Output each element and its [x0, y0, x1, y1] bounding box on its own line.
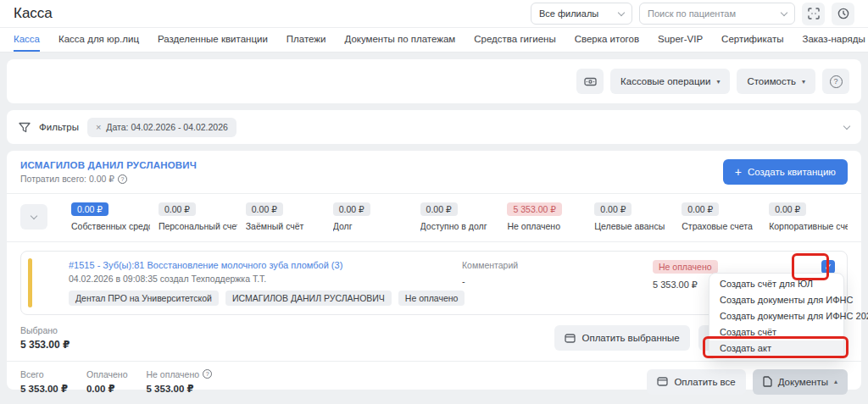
filters-label[interactable]: Фильтры [39, 122, 79, 132]
unpaid-status-badge: Не оплачено [653, 260, 718, 274]
account-label: Заёмный счёт [246, 221, 325, 231]
invoice-accent-bar [28, 258, 32, 307]
account-label: Корпоративные счета [769, 221, 848, 231]
account-label: Страховые счета [682, 221, 760, 231]
account-value-badge: 0.00 ₽ [333, 202, 370, 216]
caret-up-icon: ▴ [834, 378, 837, 385]
comment-label: Комментарий [462, 260, 653, 270]
invoice-info: #1515 - Зуб(ы):81 Восстановление молочно… [69, 260, 462, 306]
selected-stat: Выбрано 5 353.00 ₽ [20, 325, 70, 351]
account-label: Персональный счет [159, 221, 237, 231]
tab-reconciliation[interactable]: Сверка итогов [575, 28, 639, 52]
branch-select[interactable]: Все филиалы [531, 3, 632, 25]
filters-collapse-chevron-icon[interactable] [843, 122, 850, 129]
tab-split-receipts[interactable]: Разделенные квитанции [158, 28, 268, 52]
account-label: Целевые авансы [594, 221, 673, 231]
account-value-badge: 5 353.00 ₽ [507, 202, 561, 216]
toolbar-card: Кассовые операции ▾ Стоимость ▾ ? [7, 59, 861, 103]
documents-button[interactable]: Документы ▴ [753, 369, 848, 395]
date-filter-chip[interactable]: × Дата: 04.02.2026 - 04.02.2026 [87, 118, 236, 137]
scan-icon [808, 8, 820, 19]
paid-label: Оплачено [86, 369, 128, 379]
help-button[interactable]: ? [822, 69, 849, 94]
clock-icon [837, 8, 849, 19]
status-chip: Не оплачено [398, 291, 465, 306]
tab-work-orders[interactable]: Заказ-наряды [802, 28, 865, 52]
question-icon: ? [118, 174, 127, 184]
account-value-badge: 0.00 ₽ [420, 202, 458, 216]
invoice-comment-block: Комментарий - [462, 260, 653, 286]
account-label: Долг [333, 221, 412, 231]
tab-payment-docs[interactable]: Документы по платежам [344, 28, 455, 52]
cash-register-icon [584, 76, 597, 87]
account-unpaid: 5 353.00 ₽ Не оплачено [507, 202, 586, 231]
invoice-checkbox[interactable]: ✓ [821, 260, 835, 274]
account-debt: 0.00 ₽ Долг [333, 202, 412, 231]
account-personal: 0.00 ₽ Персональный счет [159, 202, 237, 231]
top-bar-actions: Все филиалы Поиск по пациентам [531, 3, 854, 25]
plus-icon: + [735, 165, 742, 179]
patient-name-link[interactable]: ИСМАГИЛОВ ДАНИЛ РУСЛАНОВИЧ [20, 160, 197, 170]
menu-item-create-ifns-docs[interactable]: Создать документы для ИФНС [709, 292, 843, 308]
invoice-chips: Дентал ПРО на Университетской ИСМАГИЛОВ … [69, 291, 462, 306]
create-receipt-button[interactable]: + Создать квитанцию [723, 159, 848, 185]
chevron-down-icon [618, 8, 625, 15]
menu-item-create-act[interactable]: Создать акт [709, 340, 843, 357]
selected-amount: 5 353.00 ₽ [20, 339, 70, 351]
history-button[interactable] [832, 3, 854, 25]
patient-search-placeholder: Поиск по пациентам [648, 8, 736, 19]
unpaid-stat: Не оплачено ? 5 353.00 ₽ [147, 369, 213, 395]
accounts-columns: 0.00 ₽ Собственных средств 0.00 ₽ Персон… [71, 202, 848, 231]
scan-button[interactable] [802, 3, 825, 25]
menu-item-create-invoice-yul[interactable]: Создать счёт для ЮЛ [709, 276, 843, 292]
cost-button[interactable]: Стоимость ▾ [737, 69, 815, 94]
comment-value: - [462, 276, 653, 286]
total-value: 5 353.00 ₽ [20, 383, 68, 395]
account-loan: 0.00 ₽ Заёмный счёт [246, 202, 325, 231]
cash-operations-button[interactable]: Кассовые операции ▾ [610, 69, 730, 94]
collapse-patient-button[interactable] [20, 204, 47, 230]
filter-funnel-icon [19, 122, 31, 133]
pay-all-button[interactable]: Оплатить все [647, 369, 745, 395]
patient-spent: Потратил всего: 0.00 ₽ ? [20, 174, 197, 184]
tab-kassa[interactable]: Касса [14, 28, 40, 52]
clinic-chip: Дентал ПРО на Университетской [69, 291, 219, 306]
tab-kassa-yur[interactable]: Касса для юр.лиц [58, 28, 139, 52]
account-value-badge: 0.00 ₽ [246, 202, 283, 216]
unpaid-value: 5 353.00 ₽ [147, 383, 213, 395]
account-own-funds: 0.00 ₽ Собственных средств [71, 202, 150, 231]
question-icon: ? [203, 369, 212, 379]
patient-search-select[interactable]: Поиск по пациентам [639, 3, 795, 25]
selected-label: Выбрано [20, 325, 70, 335]
menu-item-create-ifns-docs-2024[interactable]: Создать документы для ИФНС 2024 [709, 308, 843, 324]
account-corporate: 0.00 ₽ Корпоративные счета [769, 202, 848, 231]
close-icon[interactable]: × [96, 122, 101, 132]
cash-register-button[interactable] [576, 69, 604, 94]
tab-bar: Касса Касса для юр.лиц Разделенные квита… [0, 28, 868, 53]
paid-value: 0.00 ₽ [86, 383, 128, 395]
documents-label: Документы [778, 377, 828, 387]
branch-select-value: Все филиалы [539, 8, 598, 19]
cost-label: Стоимость [747, 76, 796, 86]
cash-operations-label: Кассовые операции [620, 76, 710, 86]
tab-payments[interactable]: Платежи [287, 28, 326, 52]
chevron-down-icon [31, 212, 37, 219]
pay-all-label: Оплатить все [674, 377, 735, 387]
account-label: Собственных средств [71, 221, 150, 231]
pay-selected-button[interactable]: Оплатить выбранные [554, 325, 689, 351]
pay-selected-label: Оплатить выбранные [581, 333, 679, 343]
wallet-icon [565, 334, 576, 343]
accounts-summary-row: 0.00 ₽ Собственных средств 0.00 ₽ Персон… [7, 194, 861, 242]
total-stat: Всего 5 353.00 ₽ [20, 369, 68, 395]
filters-card: Фильтры × Дата: 04.02.2026 - 04.02.2026 [7, 110, 861, 144]
top-bar: Касса Все филиалы Поиск по пациентам [0, 0, 868, 28]
tab-super-vip[interactable]: Super-VIP [658, 28, 703, 52]
caret-down-icon: ▾ [716, 78, 720, 86]
account-value-badge: 0.00 ₽ [682, 202, 719, 216]
account-value-badge: 0.00 ₽ [71, 202, 108, 216]
invoice-title-link[interactable]: #1515 - Зуб(ы):81 Восстановление молочно… [69, 260, 462, 270]
menu-item-create-invoice[interactable]: Создать счёт [709, 324, 843, 340]
account-label: Доступно в долг [420, 221, 499, 231]
tab-hygiene[interactable]: Средства гигиены [474, 28, 555, 52]
tab-certificates[interactable]: Сертификаты [721, 28, 783, 52]
